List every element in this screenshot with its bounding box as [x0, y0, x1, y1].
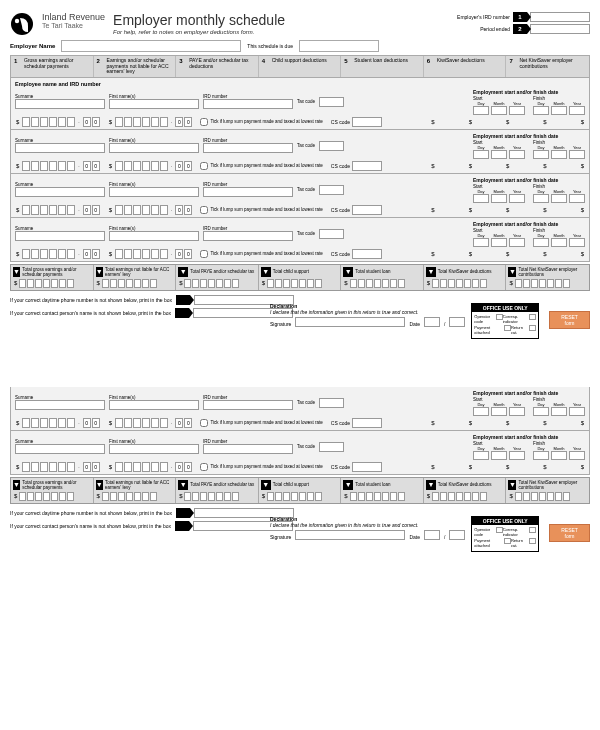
cs-code-input[interactable] [352, 205, 382, 215]
date-year[interactable] [509, 150, 525, 159]
amount-digit[interactable] [49, 249, 57, 259]
total-digit[interactable] [515, 279, 522, 288]
amount-digit[interactable] [160, 249, 168, 259]
ird-number-input[interactable] [203, 231, 293, 241]
total-digit[interactable] [142, 279, 149, 288]
total-digit[interactable] [192, 279, 199, 288]
tax-code-input[interactable] [319, 185, 344, 195]
amount-digit[interactable] [133, 249, 141, 259]
total-digit[interactable] [43, 279, 50, 288]
date-year[interactable] [569, 407, 585, 416]
amount-digit[interactable] [49, 161, 57, 171]
amount-digit[interactable] [160, 161, 168, 171]
cents-digit[interactable] [83, 249, 91, 259]
amount-digit[interactable] [67, 117, 75, 127]
cs-code-input[interactable] [352, 462, 382, 472]
total-digit[interactable] [472, 279, 479, 288]
total-digit[interactable] [374, 279, 381, 288]
firstname-input[interactable] [109, 231, 199, 241]
date-year[interactable] [569, 451, 585, 460]
date-year[interactable] [509, 238, 525, 247]
amount-digit[interactable] [31, 462, 39, 472]
office-box-2a[interactable] [504, 325, 511, 331]
date-year[interactable] [509, 194, 525, 203]
firstname-input[interactable] [109, 99, 199, 109]
amount-digit[interactable] [124, 418, 132, 428]
office-box-p2-1b[interactable] [529, 527, 536, 533]
date-year[interactable] [509, 451, 525, 460]
total-digit[interactable] [35, 279, 42, 288]
date-day[interactable] [533, 451, 549, 460]
employer-name-input[interactable] [61, 40, 241, 52]
employer-ird-input[interactable] [530, 12, 590, 22]
amount-digit[interactable] [40, 462, 48, 472]
tax-code-input[interactable] [319, 398, 344, 408]
amount-digit[interactable] [22, 117, 30, 127]
total-digit[interactable] [51, 279, 58, 288]
amount-digit[interactable] [58, 161, 66, 171]
date-year[interactable] [509, 106, 525, 115]
amount-digit[interactable] [142, 117, 150, 127]
total-digit[interactable] [67, 279, 74, 288]
date-day[interactable] [473, 451, 489, 460]
amount-digit[interactable] [160, 205, 168, 215]
cents-digit[interactable] [175, 205, 183, 215]
cs-code-input[interactable] [352, 161, 382, 171]
total-digit[interactable] [134, 492, 141, 501]
total-digit[interactable] [315, 492, 322, 501]
amount-digit[interactable] [31, 205, 39, 215]
amount-digit[interactable] [133, 418, 141, 428]
cents-digit[interactable] [184, 462, 192, 472]
office-box-p2-2a[interactable] [504, 538, 511, 544]
amount-digit[interactable] [124, 117, 132, 127]
total-digit[interactable] [374, 492, 381, 501]
cents-digit[interactable] [92, 205, 100, 215]
firstname-input[interactable] [109, 400, 199, 410]
cs-code-input[interactable] [352, 249, 382, 259]
cents-digit[interactable] [175, 161, 183, 171]
date-day[interactable] [473, 106, 489, 115]
surname-input[interactable] [15, 99, 105, 109]
total-digit[interactable] [299, 492, 306, 501]
total-digit[interactable] [398, 279, 405, 288]
amount-digit[interactable] [58, 205, 66, 215]
amount-digit[interactable] [151, 161, 159, 171]
cents-digit[interactable] [184, 418, 192, 428]
amount-digit[interactable] [58, 117, 66, 127]
total-digit[interactable] [27, 279, 34, 288]
schedule-due-input[interactable] [299, 40, 379, 52]
total-digit[interactable] [184, 279, 191, 288]
total-digit[interactable] [283, 492, 290, 501]
total-digit[interactable] [19, 279, 26, 288]
amount-digit[interactable] [151, 205, 159, 215]
total-digit[interactable] [118, 279, 125, 288]
amount-digit[interactable] [142, 249, 150, 259]
date-month[interactable] [491, 150, 507, 159]
date-month[interactable] [491, 407, 507, 416]
cents-digit[interactable] [83, 161, 91, 171]
amount-digit[interactable] [151, 117, 159, 127]
amount-digit[interactable] [40, 161, 48, 171]
date-year[interactable] [569, 150, 585, 159]
total-digit[interactable] [563, 279, 570, 288]
decl-date-m2[interactable] [449, 530, 465, 540]
total-digit[interactable] [432, 279, 439, 288]
date-month[interactable] [551, 194, 567, 203]
total-digit[interactable] [275, 279, 282, 288]
total-digit[interactable] [27, 492, 34, 501]
reset-button-2[interactable]: RESET form [549, 524, 590, 542]
firstname-input[interactable] [109, 444, 199, 454]
amount-digit[interactable] [133, 161, 141, 171]
total-digit[interactable] [440, 279, 447, 288]
total-digit[interactable] [67, 492, 74, 501]
date-day[interactable] [473, 407, 489, 416]
amount-digit[interactable] [31, 418, 39, 428]
total-digit[interactable] [232, 492, 239, 501]
cs-code-input[interactable] [352, 117, 382, 127]
total-digit[interactable] [150, 279, 157, 288]
total-digit[interactable] [291, 492, 298, 501]
amount-digit[interactable] [31, 161, 39, 171]
total-digit[interactable] [531, 492, 538, 501]
cents-digit[interactable] [92, 249, 100, 259]
total-digit[interactable] [283, 279, 290, 288]
